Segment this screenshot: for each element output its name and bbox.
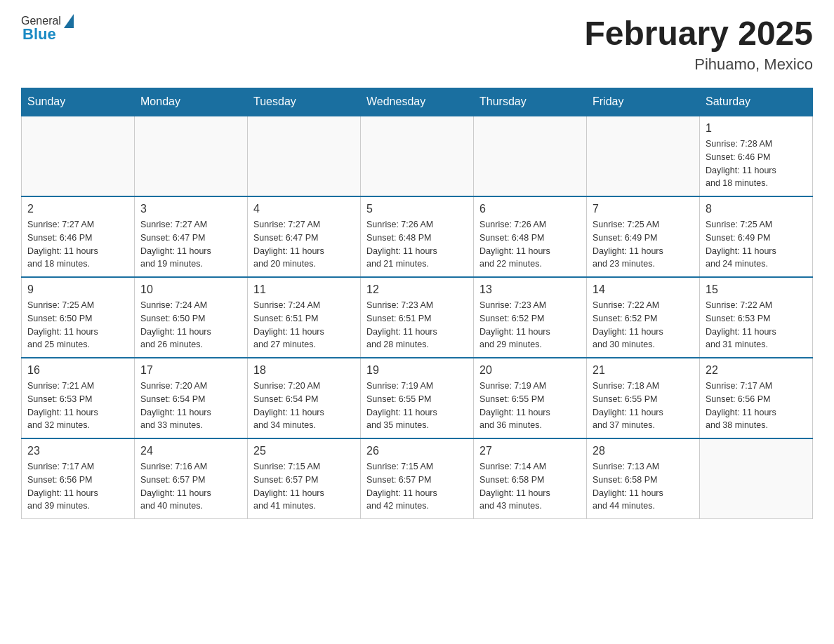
day-number: 2 xyxy=(27,203,128,215)
table-row: 4Sunrise: 7:27 AM Sunset: 6:47 PM Daylig… xyxy=(248,196,361,277)
table-row: 24Sunrise: 7:16 AM Sunset: 6:57 PM Dayli… xyxy=(135,438,248,519)
table-row: 17Sunrise: 7:20 AM Sunset: 6:54 PM Dayli… xyxy=(135,358,248,438)
location-text: Pihuamo, Mexico xyxy=(584,55,813,74)
day-number: 4 xyxy=(253,203,355,215)
col-tuesday: Tuesday xyxy=(248,88,361,116)
day-info: Sunrise: 7:21 AM Sunset: 6:53 PM Dayligh… xyxy=(27,380,128,432)
day-number: 21 xyxy=(593,364,694,377)
table-row xyxy=(587,116,700,196)
day-info: Sunrise: 7:24 AM Sunset: 6:51 PM Dayligh… xyxy=(253,299,355,351)
table-row xyxy=(248,116,361,196)
day-number: 27 xyxy=(479,445,581,457)
table-row: 16Sunrise: 7:21 AM Sunset: 6:53 PM Dayli… xyxy=(22,358,135,438)
table-row: 5Sunrise: 7:26 AM Sunset: 6:48 PM Daylig… xyxy=(361,196,474,277)
table-row xyxy=(135,116,248,196)
table-row: 3Sunrise: 7:27 AM Sunset: 6:47 PM Daylig… xyxy=(135,196,248,277)
week-row-0: 1Sunrise: 7:28 AM Sunset: 6:46 PM Daylig… xyxy=(22,116,813,196)
day-info: Sunrise: 7:24 AM Sunset: 6:50 PM Dayligh… xyxy=(140,299,241,351)
day-info: Sunrise: 7:26 AM Sunset: 6:48 PM Dayligh… xyxy=(479,218,581,271)
day-number: 13 xyxy=(479,283,581,296)
table-row: 14Sunrise: 7:22 AM Sunset: 6:52 PM Dayli… xyxy=(587,277,700,358)
day-number: 18 xyxy=(253,364,355,377)
day-number: 22 xyxy=(706,364,807,377)
week-row-2: 9Sunrise: 7:25 AM Sunset: 6:50 PM Daylig… xyxy=(22,277,813,358)
table-row: 28Sunrise: 7:13 AM Sunset: 6:58 PM Dayli… xyxy=(587,438,700,519)
day-info: Sunrise: 7:27 AM Sunset: 6:46 PM Dayligh… xyxy=(27,218,128,271)
day-number: 9 xyxy=(27,283,128,296)
page-header: General Blue February 2025 Pihuamo, Mexi… xyxy=(21,14,813,74)
day-info: Sunrise: 7:17 AM Sunset: 6:56 PM Dayligh… xyxy=(706,380,807,432)
day-info: Sunrise: 7:27 AM Sunset: 6:47 PM Dayligh… xyxy=(140,218,241,271)
week-row-3: 16Sunrise: 7:21 AM Sunset: 6:53 PM Dayli… xyxy=(22,358,813,438)
table-row: 26Sunrise: 7:15 AM Sunset: 6:57 PM Dayli… xyxy=(361,438,474,519)
day-info: Sunrise: 7:20 AM Sunset: 6:54 PM Dayligh… xyxy=(253,380,355,432)
day-info: Sunrise: 7:25 AM Sunset: 6:50 PM Dayligh… xyxy=(27,299,128,351)
day-info: Sunrise: 7:25 AM Sunset: 6:49 PM Dayligh… xyxy=(706,218,807,271)
table-row: 7Sunrise: 7:25 AM Sunset: 6:49 PM Daylig… xyxy=(587,196,700,277)
table-row: 18Sunrise: 7:20 AM Sunset: 6:54 PM Dayli… xyxy=(248,358,361,438)
day-number: 16 xyxy=(27,364,128,377)
day-info: Sunrise: 7:22 AM Sunset: 6:53 PM Dayligh… xyxy=(706,299,807,351)
day-number: 7 xyxy=(593,203,694,215)
day-info: Sunrise: 7:28 AM Sunset: 6:46 PM Dayligh… xyxy=(706,137,807,190)
day-number: 10 xyxy=(140,283,241,296)
table-row: 12Sunrise: 7:23 AM Sunset: 6:51 PM Dayli… xyxy=(361,277,474,358)
day-info: Sunrise: 7:15 AM Sunset: 6:57 PM Dayligh… xyxy=(253,460,355,513)
table-row: 19Sunrise: 7:19 AM Sunset: 6:55 PM Dayli… xyxy=(361,358,474,438)
table-row: 11Sunrise: 7:24 AM Sunset: 6:51 PM Dayli… xyxy=(248,277,361,358)
table-row: 27Sunrise: 7:14 AM Sunset: 6:58 PM Dayli… xyxy=(474,438,587,519)
table-row xyxy=(361,116,474,196)
day-info: Sunrise: 7:16 AM Sunset: 6:57 PM Dayligh… xyxy=(140,460,241,513)
day-info: Sunrise: 7:20 AM Sunset: 6:54 PM Dayligh… xyxy=(140,380,241,432)
day-info: Sunrise: 7:26 AM Sunset: 6:48 PM Dayligh… xyxy=(366,218,468,271)
table-row: 25Sunrise: 7:15 AM Sunset: 6:57 PM Dayli… xyxy=(248,438,361,519)
day-info: Sunrise: 7:15 AM Sunset: 6:57 PM Dayligh… xyxy=(366,460,468,513)
calendar-table: Sunday Monday Tuesday Wednesday Thursday… xyxy=(21,88,813,519)
day-number: 5 xyxy=(366,203,468,215)
day-number: 6 xyxy=(479,203,581,215)
day-number: 25 xyxy=(253,445,355,457)
col-wednesday: Wednesday xyxy=(361,88,474,116)
table-row: 23Sunrise: 7:17 AM Sunset: 6:56 PM Dayli… xyxy=(22,438,135,519)
week-row-1: 2Sunrise: 7:27 AM Sunset: 6:46 PM Daylig… xyxy=(22,196,813,277)
day-info: Sunrise: 7:19 AM Sunset: 6:55 PM Dayligh… xyxy=(366,380,468,432)
table-row: 21Sunrise: 7:18 AM Sunset: 6:55 PM Dayli… xyxy=(587,358,700,438)
col-saturday: Saturday xyxy=(700,88,813,116)
day-number: 19 xyxy=(366,364,468,377)
table-row: 9Sunrise: 7:25 AM Sunset: 6:50 PM Daylig… xyxy=(22,277,135,358)
day-number: 11 xyxy=(253,283,355,296)
col-friday: Friday xyxy=(587,88,700,116)
month-title: February 2025 xyxy=(584,14,813,53)
table-row: 13Sunrise: 7:23 AM Sunset: 6:52 PM Dayli… xyxy=(474,277,587,358)
col-monday: Monday xyxy=(135,88,248,116)
day-number: 17 xyxy=(140,364,241,377)
day-info: Sunrise: 7:18 AM Sunset: 6:55 PM Dayligh… xyxy=(593,380,694,432)
day-number: 20 xyxy=(479,364,581,377)
title-section: February 2025 Pihuamo, Mexico xyxy=(584,14,813,74)
table-row: 20Sunrise: 7:19 AM Sunset: 6:55 PM Dayli… xyxy=(474,358,587,438)
day-number: 23 xyxy=(27,445,128,457)
day-number: 28 xyxy=(593,445,694,457)
table-row: 8Sunrise: 7:25 AM Sunset: 6:49 PM Daylig… xyxy=(700,196,813,277)
day-number: 8 xyxy=(706,203,807,215)
table-row: 6Sunrise: 7:26 AM Sunset: 6:48 PM Daylig… xyxy=(474,196,587,277)
day-number: 1 xyxy=(706,122,807,135)
table-row xyxy=(22,116,135,196)
day-info: Sunrise: 7:23 AM Sunset: 6:52 PM Dayligh… xyxy=(479,299,581,351)
table-row: 2Sunrise: 7:27 AM Sunset: 6:46 PM Daylig… xyxy=(22,196,135,277)
table-row: 1Sunrise: 7:28 AM Sunset: 6:46 PM Daylig… xyxy=(700,116,813,196)
week-row-4: 23Sunrise: 7:17 AM Sunset: 6:56 PM Dayli… xyxy=(22,438,813,519)
day-number: 3 xyxy=(140,203,241,215)
table-row: 22Sunrise: 7:17 AM Sunset: 6:56 PM Dayli… xyxy=(700,358,813,438)
logo-triangle-icon xyxy=(64,14,74,28)
col-thursday: Thursday xyxy=(474,88,587,116)
table-row xyxy=(474,116,587,196)
day-info: Sunrise: 7:13 AM Sunset: 6:58 PM Dayligh… xyxy=(593,460,694,513)
day-info: Sunrise: 7:23 AM Sunset: 6:51 PM Dayligh… xyxy=(366,299,468,351)
logo-blue-text: Blue xyxy=(22,25,56,43)
day-number: 12 xyxy=(366,283,468,296)
day-info: Sunrise: 7:17 AM Sunset: 6:56 PM Dayligh… xyxy=(27,460,128,513)
day-number: 26 xyxy=(366,445,468,457)
day-info: Sunrise: 7:27 AM Sunset: 6:47 PM Dayligh… xyxy=(253,218,355,271)
calendar-header-row: Sunday Monday Tuesday Wednesday Thursday… xyxy=(22,88,813,116)
